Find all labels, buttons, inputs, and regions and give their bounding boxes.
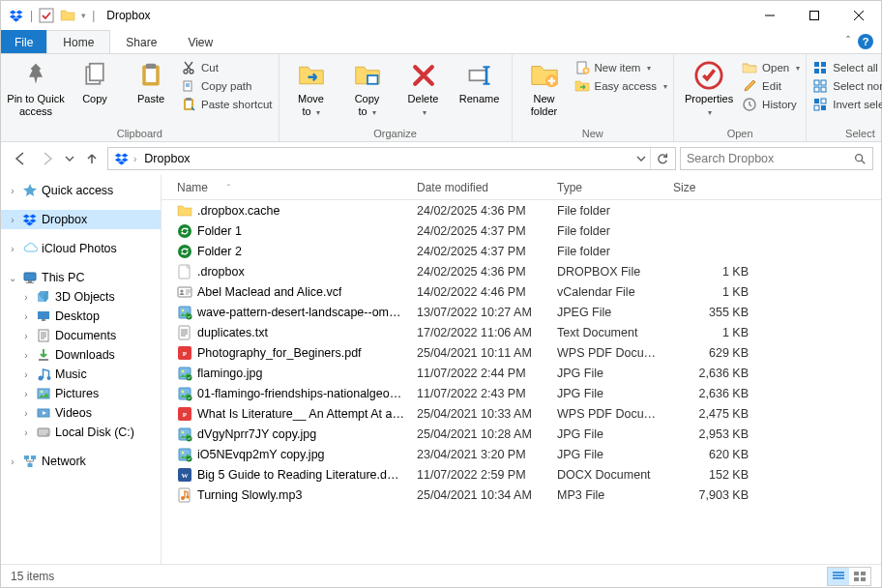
large-icons-view-button[interactable] (849, 568, 870, 585)
tree-music[interactable]: ›Music (1, 365, 161, 384)
file-row[interactable]: Big 5 Guide to Reading Literature.docx11… (162, 464, 881, 485)
up-button[interactable] (80, 147, 103, 170)
file-name: iO5NEvqp2mY copy.jpg (197, 448, 325, 461)
file-date: 24/02/2025 4:37 PM (411, 224, 551, 238)
minimize-button[interactable] (748, 1, 792, 30)
column-headers[interactable]: Nameˆ Date modified Type Size (162, 175, 881, 200)
copy-to-button[interactable]: Copy to ▾ (339, 56, 396, 123)
tree-videos[interactable]: ›Videos (1, 403, 161, 423)
properties-button[interactable]: Properties▾ (678, 56, 740, 123)
file-row[interactable]: Folder 124/02/2025 4:37 PMFile folder (162, 220, 881, 241)
file-row[interactable]: Folder 224/02/2025 4:37 PMFile folder (162, 241, 881, 261)
tab-share[interactable]: Share (110, 30, 172, 53)
file-row[interactable]: What Is Literature__ An Attempt At a Phi… (162, 403, 881, 424)
file-type-icon (177, 467, 192, 483)
address-bar[interactable]: › Dropbox (107, 147, 676, 170)
file-row[interactable]: 01-flamingo-friendships-nationalgeogra..… (162, 383, 881, 403)
file-type: File folder (551, 224, 667, 238)
file-type: DOCX Document (551, 468, 667, 482)
details-view-button[interactable] (828, 568, 849, 585)
file-date: 17/02/2022 11:06 AM (411, 326, 551, 339)
recent-locations-button[interactable] (63, 147, 76, 170)
open-button[interactable]: Open▾ (742, 60, 800, 75)
tree-this-pc[interactable]: ⌄This PC (1, 268, 161, 287)
cut-button[interactable]: Cut (181, 60, 273, 75)
column-date[interactable]: Date modified (411, 181, 551, 194)
easy-access-button[interactable]: Easy access▾ (574, 78, 668, 94)
edit-button[interactable]: Edit (742, 78, 800, 94)
file-row[interactable]: wave-pattern-desert-landscape--oman-8...… (162, 302, 881, 322)
tree-dropbox[interactable]: ›Dropbox (1, 210, 161, 229)
address-location[interactable]: Dropbox (140, 152, 193, 165)
file-date: 24/02/2025 4:36 PM (411, 204, 551, 218)
refresh-button[interactable] (650, 148, 673, 169)
column-type[interactable]: Type (551, 181, 667, 194)
tab-home[interactable]: Home (46, 30, 110, 53)
move-to-button[interactable]: Move to ▾ (283, 56, 339, 123)
back-button[interactable] (9, 147, 32, 170)
search-input[interactable]: Search Dropbox (680, 147, 873, 170)
file-type: JPG File (551, 427, 667, 441)
file-row[interactable]: Photography_for_Beginers.pdf25/04/2021 1… (162, 342, 881, 363)
help-icon[interactable]: ? (858, 34, 873, 49)
file-type-icon (177, 325, 192, 340)
tab-file[interactable]: File (1, 30, 46, 53)
tree-downloads[interactable]: ›Downloads (1, 345, 161, 365)
file-date: 11/07/2022 2:43 PM (411, 387, 551, 400)
address-dropdown-icon[interactable] (632, 148, 650, 169)
collapse-ribbon-icon[interactable]: ˆ (846, 35, 850, 48)
tree-quick-access[interactable]: ›Quick access (1, 181, 161, 200)
forward-button[interactable] (36, 147, 59, 170)
paste-shortcut-button[interactable]: Paste shortcut (181, 97, 273, 112)
file-list[interactable]: .dropbox.cache24/02/2025 4:36 PMFile fol… (162, 200, 881, 564)
tree-local-disk[interactable]: ›Local Disk (C:) (1, 423, 161, 442)
file-type-icon (177, 487, 192, 503)
file-row[interactable]: dVgyNprr7JY copy.jpg25/04/2021 10:28 AMJ… (162, 424, 881, 444)
tree-network[interactable]: ›Network (1, 452, 161, 471)
file-row[interactable]: iO5NEvqp2mY copy.jpg23/04/2021 3:20 PMJP… (162, 444, 881, 464)
qat-properties-icon[interactable] (39, 8, 54, 23)
file-row[interactable]: .dropbox24/02/2025 4:36 PMDROPBOX File1 … (162, 261, 881, 281)
maximize-button[interactable] (792, 1, 837, 30)
paste-button[interactable]: Paste (123, 56, 179, 109)
file-size: 2,475 KB (667, 407, 754, 421)
qat-folder-icon[interactable] (60, 8, 75, 23)
tree-documents[interactable]: ›Documents (1, 326, 161, 345)
file-row[interactable]: duplicates.txt17/02/2022 11:06 AMText Do… (162, 322, 881, 342)
new-item-button[interactable]: New item▾ (574, 60, 668, 75)
file-row[interactable]: Turning Slowly.mp325/04/2021 10:34 AMMP3… (162, 485, 881, 505)
qat-separator: | (30, 9, 33, 22)
file-type: JPG File (551, 387, 667, 400)
select-none-button[interactable]: Select none (812, 78, 882, 94)
file-type: File folder (551, 204, 667, 218)
file-size: 2,953 KB (667, 427, 754, 441)
tree-icloud[interactable]: ›iCloud Photos (1, 239, 161, 258)
file-type-icon (177, 426, 192, 442)
new-folder-button[interactable]: New folder (516, 56, 573, 122)
history-button[interactable]: History (742, 97, 800, 112)
file-row[interactable]: flamingo.jpg11/07/2022 2:44 PMJPG File2,… (162, 363, 881, 383)
pin-to-quick-access-button[interactable]: Pin to Quick access (5, 56, 67, 122)
column-name[interactable]: Nameˆ (171, 181, 411, 194)
file-type-icon (177, 203, 192, 219)
close-button[interactable] (837, 1, 881, 30)
copy-path-button[interactable]: Copy path (181, 78, 273, 94)
navigation-bar: › Dropbox Search Dropbox (1, 142, 881, 175)
navigation-pane[interactable]: ›Quick access ›Dropbox ›iCloud Photos ⌄T… (1, 175, 162, 564)
tree-3d-objects[interactable]: ›3D Objects (1, 287, 161, 307)
rename-button[interactable]: Rename (452, 56, 508, 109)
file-row[interactable]: Abel Maclead and Alice.vcf14/02/2022 4:4… (162, 281, 881, 302)
file-type-icon (177, 386, 192, 401)
file-row[interactable]: .dropbox.cache24/02/2025 4:36 PMFile fol… (162, 200, 881, 220)
copy-button[interactable]: Copy (67, 56, 123, 109)
file-type-icon (177, 345, 192, 361)
delete-button[interactable]: Delete▾ (396, 56, 452, 123)
invert-selection-button[interactable]: Invert selection (812, 97, 882, 112)
qat-dropdown-icon[interactable]: ▾ (81, 11, 86, 20)
column-size[interactable]: Size (667, 181, 754, 194)
item-count: 15 items (11, 570, 54, 583)
tree-pictures[interactable]: ›Pictures (1, 384, 161, 403)
tab-view[interactable]: View (172, 30, 228, 53)
select-all-button[interactable]: Select all (812, 60, 882, 75)
tree-desktop[interactable]: ›Desktop (1, 307, 161, 326)
